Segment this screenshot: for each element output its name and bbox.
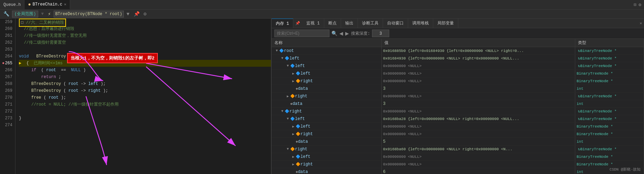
toolbar-separator: ▼: [40, 11, 45, 17]
var-type-rrr: ↻ BinaryTreeNode *: [575, 145, 644, 153]
expand-rrr[interactable]: ▼: [285, 147, 290, 152]
expand-rrll[interactable]: ▶: [291, 124, 296, 129]
refresh-icon-rr[interactable]: ↻: [578, 109, 580, 113]
debug-tab-output[interactable]: 输出: [341, 19, 358, 28]
debug-tab-callstack[interactable]: 调用堆栈: [408, 19, 433, 28]
expand-rrrl[interactable]: ▶: [291, 154, 296, 159]
code-line-269: BTreeDestroy ( root -> right );: [19, 87, 271, 94]
line-numbers: 259 260 261 262 263 264 265 266 267 268 …: [0, 19, 15, 174]
expand-rlll[interactable]: ▶: [291, 71, 296, 76]
search-depth-input[interactable]: [372, 30, 389, 37]
debug-tab-auto[interactable]: 自动窗口: [383, 19, 408, 28]
expand-root-left[interactable]: ▼: [280, 56, 285, 61]
code-line-268: BTreeDestroy ( root -> left );: [19, 80, 271, 87]
tab-close-icon[interactable]: ✕: [64, 2, 66, 7]
var-type-rrlr: BinaryTreeNode *: [575, 130, 644, 138]
debug-tab-watch[interactable]: 监视 1: [302, 19, 324, 28]
var-icon-root: 🔷: [279, 48, 284, 53]
editor-toolbar: 🔧 (全局范围) ▼ ⚡ BTreeDestroy(BTNode * root)…: [0, 10, 644, 19]
toolbar-pin[interactable]: 📌: [132, 11, 141, 17]
line-num-269: 269: [3, 87, 12, 94]
tab-queue-h[interactable]: Queue.h: [0, 0, 24, 9]
code-line-261: //传一级指针无需置空，置空无用: [19, 32, 271, 39]
code-lines: □ //六、二叉树的销毁 //思想：后序遍历进行销毁 //传一级指针无需置空，置…: [15, 19, 271, 174]
debug-tabs: 内存 1 📌 监视 1 断点 输出 诊断工具 自动窗口 调用堆栈 局部变量: [272, 19, 644, 28]
refresh-icon-rlr[interactable]: ↻: [578, 94, 580, 98]
split-icon[interactable]: ⊟: [634, 2, 636, 8]
line-num-260: 260: [3, 25, 12, 32]
var-name-rrl: ▼ 🔷 left: [272, 115, 382, 122]
refresh-icon-rrr[interactable]: ↻: [578, 147, 580, 151]
debug-tab-breakpoints[interactable]: 断点: [324, 19, 341, 28]
var-value-rr: 0x00000000 <NULL>: [382, 108, 575, 115]
search-input[interactable]: [274, 30, 329, 37]
tab-bar: Queue.h ● BTreeChain.c ✕ ⊟ ⚙: [0, 0, 644, 10]
var-value-root: 0x016885b0 {left=0x01684930 {left=0x0000…: [382, 47, 575, 54]
refresh-icon-root[interactable]: ↻: [578, 48, 580, 53]
debug-panel-close[interactable]: ✕: [637, 21, 644, 25]
var-name-rll: ▼ 🔷 left: [272, 62, 382, 69]
var-icon-rr: 🔷: [285, 109, 290, 113]
search-fwd-btn[interactable]: ▶: [345, 31, 349, 36]
code-panel: 259 260 261 262 263 264 265 266 267 268 …: [0, 19, 272, 174]
expand-rrlr[interactable]: ▶: [291, 132, 296, 137]
expand-rlr[interactable]: ▶: [285, 94, 290, 99]
var-icon-rrl: 🔷: [290, 117, 295, 121]
expand-rr[interactable]: ▼: [280, 109, 285, 114]
var-icon-rlll: 🔷: [296, 71, 301, 76]
debug-tab-locals[interactable]: 局部变量: [433, 19, 458, 28]
var-row-root-left: ▼ 🔷 left 0x01684930 {left=0x00000000 <NU…: [272, 55, 644, 62]
expand-rrl[interactable]: ▼: [285, 117, 290, 121]
var-type-rllr: BinaryTreeNode *: [575, 77, 644, 85]
var-row-rr: ▼ 🔷 right 0x00000000 <NULL> ↻ BinaryTree…: [272, 108, 644, 115]
var-name-rrrr: ▶ 🔶 right: [272, 161, 382, 168]
expand-rll[interactable]: ▼: [285, 64, 290, 68]
main-content: 259 260 261 262 263 264 265 266 267 268 …: [0, 19, 644, 174]
var-value-rll: 0x00000000 <NULL>: [382, 62, 575, 69]
var-row-rlll: ▶ 🔷 left 0x00000000 <NULL> BinaryTreeNod…: [272, 70, 644, 77]
line-num-274: 274: [3, 122, 12, 129]
refresh-icon-root-left[interactable]: ↻: [578, 56, 580, 61]
debug-tab-diagnostics[interactable]: 诊断工具: [358, 19, 383, 28]
refresh-icon-rll[interactable]: ↻: [578, 64, 580, 68]
var-row-rrl: ▼ 🔷 left 0x0168ba28 {left=0x00000000 <NU…: [272, 115, 644, 123]
var-value-rlld: 3: [382, 85, 575, 92]
debug-tab-memory[interactable]: 内存 1: [272, 19, 293, 28]
var-name-rld: ▶ ◆ data: [272, 100, 382, 107]
toolbar-chevron[interactable]: ▼: [125, 11, 131, 17]
var-name-rlld: ▶ ◆ data: [272, 85, 382, 92]
line-num-272: 272: [3, 108, 12, 115]
expand-root[interactable]: ▼: [274, 48, 279, 53]
var-type-root: ↻ BinaryTreeNode *: [575, 47, 644, 54]
line-num-261: 261: [3, 32, 12, 39]
line-num-271: 271: [3, 101, 12, 108]
debug-tab-pin[interactable]: 📌: [293, 21, 302, 25]
var-row-rlld: ▶ ◆ data 3 int: [272, 85, 644, 93]
var-value-rrrr: 0x00000000 <NULL>: [382, 161, 575, 168]
search-back-btn[interactable]: ◀: [339, 31, 343, 36]
var-value-rllr: 0x00000000 <NULL>: [382, 77, 575, 85]
var-icon-rrld: ◆: [296, 139, 298, 144]
var-row-rrrr: ▶ 🔶 right 0x00000000 <NULL> BinaryTreeNo…: [272, 161, 644, 168]
var-icon-rllr: 🔶: [296, 79, 301, 83]
var-type-rll: ↻ BinaryTreeNode *: [575, 62, 644, 69]
var-name-rrr: ▼ 🔶 right: [272, 145, 382, 153]
var-name-rr: ▼ 🔷 right: [272, 108, 382, 115]
var-name-rllr: ▶ 🔶 right: [272, 77, 382, 85]
var-name-rrrd: ▶ ◆ data: [272, 168, 382, 174]
settings-icon[interactable]: ⚙: [638, 2, 641, 8]
expand-rrrr[interactable]: ▶: [291, 162, 296, 167]
function-selector[interactable]: BTreeDestroy(BTNode * root): [54, 11, 124, 18]
toolbar-gear[interactable]: ⚙: [142, 11, 148, 17]
search-button[interactable]: 🔍: [331, 31, 337, 36]
var-value-root-left: 0x01684930 {left=0x00000000 <NULL> right…: [382, 55, 575, 62]
refresh-icon-rrl[interactable]: ↻: [578, 117, 580, 121]
var-type-rrrl: BinaryTreeNode *: [575, 153, 644, 160]
var-icon-rrll: 🔷: [296, 124, 301, 129]
code-line-273: }: [19, 115, 271, 122]
var-name-rlr: ▶ 🔶 right: [272, 93, 382, 100]
line-num-265: 265: [3, 60, 12, 67]
var-row-rrll: ▶ 🔷 left 0x00000000 <NULL> BinaryTreeNod…: [272, 123, 644, 130]
tab-btreechain-c[interactable]: ● BTreeChain.c ✕: [24, 0, 70, 9]
expand-rllr[interactable]: ▶: [291, 79, 296, 84]
